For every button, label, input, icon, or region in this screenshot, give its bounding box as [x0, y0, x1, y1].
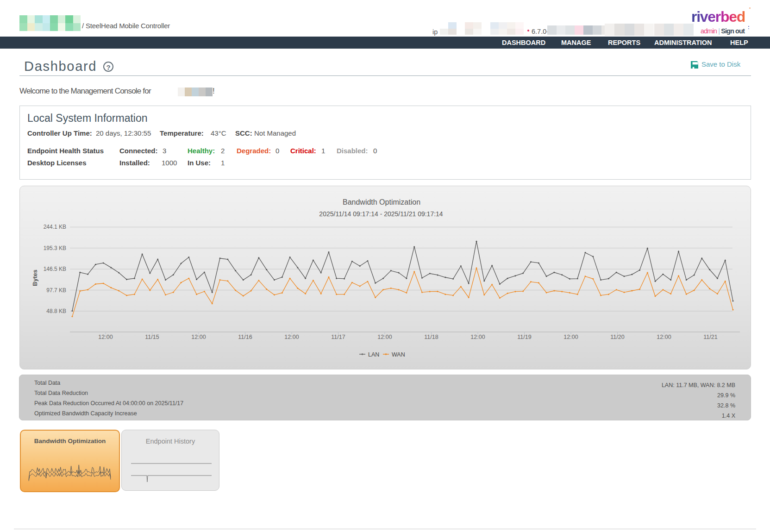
svg-text:11/19: 11/19 [517, 334, 531, 340]
svg-text:Bytes: Bytes [31, 269, 38, 286]
svg-text:11/15: 11/15 [145, 334, 159, 340]
svg-text:12:00: 12:00 [657, 334, 671, 340]
svg-text:Bandwidth Optimization: Bandwidth Optimization [343, 198, 420, 206]
svg-text:12:00: 12:00 [377, 334, 392, 340]
svg-text:LAN: LAN [368, 351, 379, 358]
svg-text:2025/11/14 09:17:14 - 2025/11/: 2025/11/14 09:17:14 - 2025/11/21 09:17:1… [319, 210, 443, 218]
svg-text:12:00: 12:00 [284, 334, 299, 340]
svg-text:12:00: 12:00 [563, 334, 578, 340]
svg-text:12:00: 12:00 [98, 334, 113, 340]
svg-text:12:00: 12:00 [470, 334, 485, 340]
svg-text:11/17: 11/17 [331, 334, 345, 340]
svg-text:97.7 KB: 97.7 KB [46, 287, 66, 294]
svg-text:146.5 KB: 146.5 KB [44, 266, 66, 272]
svg-text:12:00: 12:00 [191, 334, 206, 340]
svg-text:244.1 KB: 244.1 KB [44, 224, 66, 230]
svg-text:48.8 KB: 48.8 KB [46, 308, 66, 314]
svg-text:WAN: WAN [392, 351, 405, 358]
svg-text:11/16: 11/16 [238, 334, 252, 340]
svg-text:11/18: 11/18 [424, 334, 438, 340]
svg-text:195.3 KB: 195.3 KB [44, 245, 66, 251]
svg-text:11/21: 11/21 [703, 334, 717, 340]
svg-text:11/20: 11/20 [610, 334, 624, 340]
